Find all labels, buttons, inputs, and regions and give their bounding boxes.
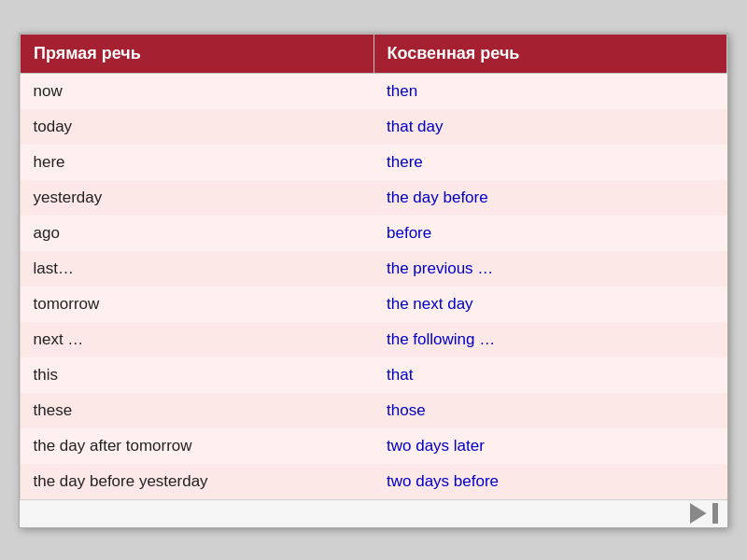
table-row: agobefore [21, 216, 727, 251]
indirect-cell: the day before [374, 180, 727, 216]
table-row: thisthat [21, 357, 727, 393]
direct-cell: yesterday [21, 180, 374, 216]
direct-cell: today [21, 109, 374, 145]
header-direct: Прямая речь [21, 34, 374, 73]
header-row: Прямая речь Косвенная речь [21, 34, 727, 73]
table-row: nowthen [21, 73, 727, 109]
indirect-cell: two days before [374, 464, 727, 499]
direct-cell: here [21, 145, 374, 180]
indirect-cell: that [374, 357, 727, 393]
direct-cell: these [21, 393, 374, 428]
indirect-cell: then [374, 73, 727, 109]
indirect-cell: the following … [374, 322, 727, 357]
direct-cell: the day after tomorrow [21, 428, 374, 464]
table-row: yesterdaythe day before [21, 180, 727, 216]
indirect-cell: there [374, 145, 727, 180]
table-row: herethere [21, 145, 727, 180]
next-icon[interactable] [690, 503, 711, 524]
indirect-cell: the previous … [374, 251, 727, 287]
table-row: last…the previous … [21, 251, 727, 287]
table-row: next …the following … [21, 322, 727, 357]
bottom-bar [20, 499, 727, 527]
direct-cell: ago [21, 216, 374, 251]
main-container: Прямая речь Косвенная речь nowthentodayt… [19, 33, 728, 528]
indirect-cell: those [374, 393, 727, 428]
direct-cell: last… [21, 251, 374, 287]
table-row: tomorrowthe next day [21, 287, 727, 322]
translation-table: Прямая речь Косвенная речь nowthentodayt… [20, 34, 727, 499]
nav-bar-icon [712, 503, 718, 524]
header-indirect: Косвенная речь [374, 34, 727, 73]
direct-cell: tomorrow [21, 287, 374, 322]
indirect-cell: the next day [374, 287, 727, 322]
table-row: todaythat day [21, 109, 727, 145]
indirect-cell: before [374, 216, 727, 251]
table-row: the day after tomorrowtwo days later [21, 428, 727, 464]
direct-cell: next … [21, 322, 374, 357]
table-row: thesethose [21, 393, 727, 428]
table-row: the day before yesterdaytwo days before [21, 464, 727, 499]
direct-cell: the day before yesterday [21, 464, 374, 499]
direct-cell: now [21, 73, 374, 109]
indirect-cell: that day [374, 109, 727, 145]
direct-cell: this [21, 357, 374, 393]
indirect-cell: two days later [374, 428, 727, 464]
